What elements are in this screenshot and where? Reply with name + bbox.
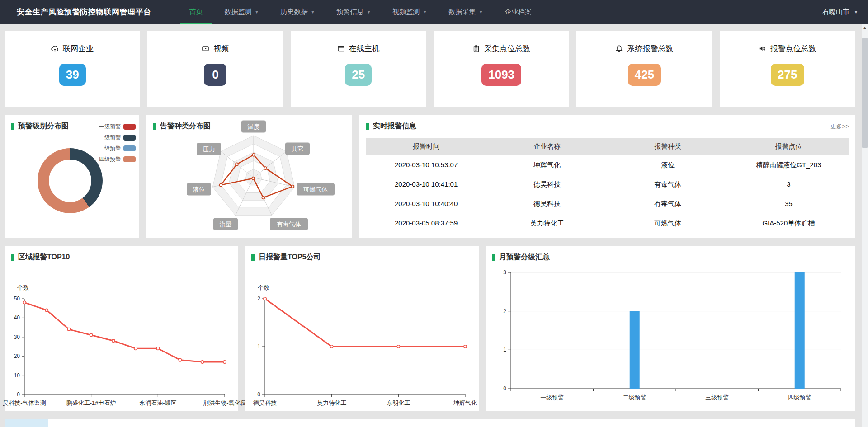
stat-card-head: 系统报警总数	[615, 43, 673, 54]
legend-label: 二级预警	[99, 134, 121, 141]
nav-item-5[interactable]: 数据采集▼	[438, 0, 494, 24]
page-content: 联网企业39视频0在线主机25采集点位总数1093系统报警总数425报警点位总数…	[5, 24, 855, 427]
nav-item-label: 数据采集	[448, 8, 476, 16]
cloud-upload-icon	[51, 45, 59, 52]
legend-item[interactable]: 三级预警	[99, 143, 136, 154]
chevron-down-icon: ▼	[854, 10, 858, 14]
svg-text:1: 1	[257, 343, 260, 350]
title-marker	[366, 123, 369, 130]
legend-swatch	[123, 124, 136, 130]
svg-text:30: 30	[14, 334, 20, 340]
table-header-cell: 报警点位	[728, 138, 849, 155]
top-nav: 安全生产风险预警防控物联网管理平台 首页数据监测▼历史数据▼预警信息▼视频监测▼…	[0, 0, 868, 24]
footer-divider	[98, 419, 98, 427]
panel-daily-top5: 日报警量TOP5公司 个数012德昊科技英力特化工东明化工坤辉气化	[245, 246, 479, 411]
video-icon	[202, 45, 209, 52]
table-row[interactable]: 2020-03-10 10:40:40德昊科技有毒气体35	[366, 194, 849, 213]
table-cell: 英力特化工	[486, 213, 607, 233]
table-cell: 2020-03-05 08:37:59	[366, 213, 486, 233]
svg-text:40: 40	[14, 314, 20, 321]
middle-row: 预警级别分布图 一级预警二级预警三级预警四级预警 告警种类分布图 温度其它可燃气…	[5, 115, 855, 238]
svg-text:压力: 压力	[203, 146, 215, 153]
panel-title-text: 日报警量TOP5公司	[259, 253, 321, 262]
stat-card-head: 在线主机	[337, 43, 380, 54]
panel-realtime-alarms: 实时报警信息 更多>> 报警时间企业名称报警种类报警点位 2020-03-10 …	[359, 115, 855, 238]
bottom-row: 区域报警TOP10 个数01020304050昊科技-气体监测鹏盛化工-1#电石…	[5, 246, 855, 411]
stat-card-4: 系统报警总数425	[576, 31, 712, 107]
table-cell: 3	[728, 174, 849, 194]
legend-item[interactable]: 一级预警	[99, 121, 136, 132]
nav-item-1[interactable]: 数据监测▼	[214, 0, 270, 24]
svg-text:2: 2	[257, 296, 260, 302]
title-marker	[492, 254, 495, 261]
table-cell: 精醇南罐液位GT_203	[728, 155, 849, 174]
stat-card-label: 视频	[213, 43, 229, 54]
scroll-up-icon[interactable]: ▲	[862, 24, 868, 31]
radar-axis-label: 温度	[241, 121, 266, 133]
nav-item-3[interactable]: 预警信息▼	[326, 0, 382, 24]
app-title: 安全生产风险预警防控物联网管理平台	[17, 7, 151, 17]
svg-text:鹏盛化工-1#电石炉: 鹏盛化工-1#电石炉	[66, 399, 116, 406]
vertical-scrollbar[interactable]: ▲	[862, 24, 868, 427]
scrollbar-thumb[interactable]	[862, 38, 868, 148]
chevron-down-icon: ▼	[255, 10, 259, 14]
table-row[interactable]: 2020-03-05 08:37:59英力特化工可燃气体GIA-520单体贮槽	[366, 213, 849, 233]
radar-axis-label: 其它	[285, 143, 310, 155]
svg-text:个数: 个数	[17, 284, 29, 291]
bell-icon	[615, 45, 623, 52]
more-link[interactable]: 更多>>	[830, 122, 849, 131]
stat-card-value: 1093	[481, 64, 521, 86]
table-cell: 可燃气体	[608, 213, 728, 233]
nav-item-2[interactable]: 历史数据▼	[269, 0, 326, 24]
svg-text:有毒气体: 有毒气体	[277, 221, 302, 228]
nav-item-6[interactable]: 企业档案	[494, 0, 542, 24]
title-marker	[251, 254, 255, 261]
panel-region-top10: 区域报警TOP10 个数01020304050昊科技-气体监测鹏盛化工-1#电石…	[5, 246, 238, 411]
legend-item[interactable]: 四级预警	[99, 154, 136, 164]
region-selector[interactable]: 石嘴山市 ▼	[822, 8, 858, 16]
radar-axis-label: 有毒气体	[270, 218, 308, 230]
stat-card-value: 39	[59, 64, 86, 86]
stat-card-head: 视频	[202, 43, 229, 54]
table-header-row: 报警时间企业名称报警种类报警点位	[366, 138, 849, 155]
svg-text:英力特化工: 英力特化工	[317, 399, 346, 406]
panel-title-text: 告警种类分布图	[160, 122, 211, 131]
legend-label: 三级预警	[99, 145, 121, 152]
chevron-down-icon: ▼	[423, 10, 427, 14]
table-cell: GIA-520单体贮槽	[728, 213, 849, 233]
stat-card-2: 在线主机25	[291, 31, 426, 107]
clipboard-icon	[472, 45, 480, 52]
svg-text:荆洪生物-氧化反: 荆洪生物-氧化反	[203, 399, 246, 406]
stat-card-label: 报警点位总数	[770, 43, 816, 54]
table-row[interactable]: 2020-03-10 10:41:01德昊科技有毒气体3	[366, 174, 849, 194]
table-cell: 德昊科技	[486, 174, 607, 194]
svg-text:四级预警: 四级预警	[788, 394, 811, 401]
table-cell: 有毒气体	[608, 194, 728, 213]
host-icon	[337, 45, 345, 52]
table-cell: 德昊科技	[486, 194, 607, 213]
nav-item-label: 企业档案	[505, 8, 532, 16]
svg-text:流量: 流量	[220, 221, 232, 228]
nav-item-label: 历史数据	[280, 8, 307, 16]
radar-axis-label: 液位	[187, 183, 211, 196]
legend-swatch	[123, 135, 136, 141]
table-cell: 2020-03-10 10:41:01	[366, 174, 486, 194]
svg-text:液位: 液位	[193, 186, 206, 193]
svg-text:三级预警: 三级预警	[705, 394, 729, 401]
nav-item-label: 视频监测	[392, 8, 420, 16]
svg-text:东明化工: 东明化工	[387, 399, 410, 406]
nav-item-home[interactable]: 首页	[179, 0, 214, 24]
svg-text:个数: 个数	[258, 284, 269, 291]
svg-text:二级预警: 二级预警	[623, 394, 646, 401]
stat-card-1: 视频0	[147, 31, 283, 107]
panel-title: 日报警量TOP5公司	[251, 253, 321, 262]
table-cell: 有毒气体	[608, 174, 728, 194]
table-row[interactable]: 2020-03-10 10:53:07坤辉气化液位精醇南罐液位GT_203	[366, 155, 849, 174]
panel-warning-level: 预警级别分布图 一级预警二级预警三级预警四级预警	[5, 115, 139, 238]
speaker-icon	[759, 45, 766, 52]
legend-item[interactable]: 二级预警	[99, 132, 136, 143]
svg-text:0: 0	[17, 391, 20, 398]
nav-item-4[interactable]: 视频监测▼	[382, 0, 438, 24]
svg-text:2: 2	[503, 308, 506, 314]
table-cell: 液位	[608, 155, 728, 174]
